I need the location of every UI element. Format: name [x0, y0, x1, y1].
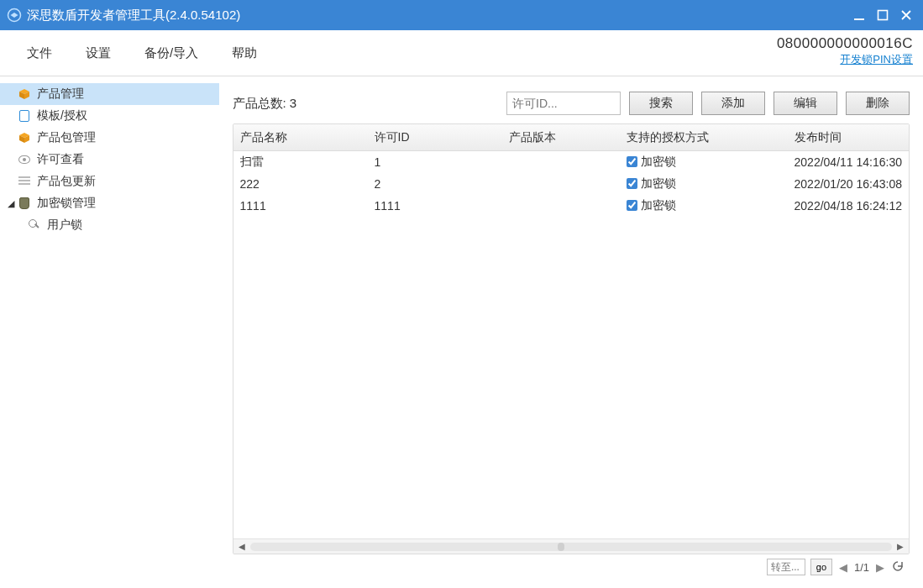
- scroll-track[interactable]: [250, 543, 892, 551]
- product-total-label: 产品总数: 3: [233, 96, 297, 112]
- product-table: 产品名称 许可ID 产品版本 支持的授权方式 发布时间 扫雷 1 加密锁 202…: [233, 123, 910, 554]
- pin-settings-link[interactable]: 开发锁PIN设置: [777, 52, 913, 67]
- toolbar: 产品总数: 3 搜索 添加 编辑 删除: [233, 92, 910, 115]
- cell-time: 2022/04/11 14:16:30: [788, 155, 909, 169]
- main-area: 产品管理 模板/授权 产品包管理 许可查看 产品包更新 ◢ 加密锁管理 用户锁: [0, 76, 923, 588]
- auth-lock-checkbox[interactable]: 加密锁: [627, 155, 676, 170]
- page-prev-icon[interactable]: ◀: [837, 561, 849, 574]
- cell-time: 2022/04/18 16:24:12: [788, 199, 909, 213]
- sidebar-item-label: 产品包管理: [37, 130, 96, 145]
- app-logo-icon: [7, 8, 22, 23]
- sidebar-item-label: 产品包更新: [37, 174, 96, 189]
- cell-product-name: 1111: [233, 199, 368, 213]
- menu-backup[interactable]: 备份/导入: [128, 39, 215, 68]
- cube-icon: [17, 130, 32, 145]
- scroll-left-icon[interactable]: ◀: [237, 542, 247, 551]
- th-publish-time[interactable]: 发布时间: [788, 130, 909, 145]
- sidebar-item-template-license[interactable]: 模板/授权: [0, 105, 219, 127]
- goto-page-button[interactable]: go: [810, 559, 832, 575]
- table-row[interactable]: 1111 1111 加密锁 2022/04/18 16:24:12: [233, 195, 909, 217]
- menu-settings[interactable]: 设置: [69, 39, 128, 68]
- cube-icon: [17, 87, 32, 102]
- auth-lock-checkbox[interactable]: 加密锁: [627, 176, 676, 192]
- svg-rect-1: [854, 18, 864, 20]
- table-body: 扫雷 1 加密锁 2022/04/11 14:16:30 222 2 加密锁 2…: [233, 151, 909, 538]
- auth-lock-checkbox[interactable]: 加密锁: [627, 198, 676, 213]
- sidebar: 产品管理 模板/授权 产品包管理 许可查看 产品包更新 ◢ 加密锁管理 用户锁: [0, 76, 219, 588]
- sidebar-item-package-update[interactable]: 产品包更新: [0, 171, 219, 192]
- page-info: 1/1: [854, 561, 869, 574]
- th-version[interactable]: 产品版本: [502, 130, 620, 145]
- sidebar-item-label: 模板/授权: [37, 108, 87, 123]
- stack-icon: [17, 174, 32, 189]
- cell-product-name: 222: [233, 177, 368, 191]
- cell-auth: 加密锁: [620, 176, 788, 192]
- add-button[interactable]: 添加: [701, 92, 765, 115]
- cell-auth: 加密锁: [620, 155, 788, 171]
- search-button[interactable]: 搜索: [629, 92, 693, 115]
- sidebar-item-product-manage[interactable]: 产品管理: [0, 83, 219, 105]
- horizontal-scrollbar[interactable]: ◀ ▶: [233, 538, 909, 554]
- menubar: 文件 设置 备份/导入 帮助 080000000000016C 开发锁PIN设置: [0, 30, 923, 76]
- delete-button[interactable]: 删除: [846, 92, 910, 115]
- sidebar-item-license-view[interactable]: 许可查看: [0, 149, 219, 171]
- sidebar-item-user-lock[interactable]: 用户锁: [0, 214, 219, 236]
- th-license-id[interactable]: 许可ID: [368, 130, 502, 145]
- goto-page-input[interactable]: [767, 559, 805, 575]
- header-right: 080000000000016C 开发锁PIN设置: [777, 35, 913, 67]
- sidebar-item-label: 加密锁管理: [37, 196, 96, 211]
- table-header: 产品名称 许可ID 产品版本 支持的授权方式 发布时间: [233, 124, 909, 151]
- content-panel: 产品总数: 3 搜索 添加 编辑 删除 产品名称 许可ID 产品版本 支持的授权…: [219, 76, 923, 588]
- shield-icon: [17, 196, 32, 211]
- eye-icon: [17, 152, 32, 167]
- edit-button[interactable]: 编辑: [774, 92, 837, 115]
- sidebar-item-package-manage[interactable]: 产品包管理: [0, 127, 219, 149]
- scroll-thumb[interactable]: [558, 543, 564, 551]
- minimize-button[interactable]: [849, 5, 869, 25]
- device-serial: 080000000000016C: [777, 35, 913, 52]
- key-magnifier-icon: [27, 218, 42, 233]
- svg-rect-2: [878, 11, 888, 20]
- sidebar-group-lock-manage[interactable]: ◢ 加密锁管理: [0, 192, 219, 214]
- pager: go ◀ 1/1 ▶: [233, 554, 910, 580]
- refresh-button[interactable]: [891, 559, 905, 575]
- cell-auth: 加密锁: [620, 198, 788, 214]
- cell-license-id: 1111: [368, 199, 502, 213]
- menu-help[interactable]: 帮助: [215, 39, 274, 68]
- cell-time: 2022/01/20 16:43:08: [788, 177, 909, 191]
- th-product-name[interactable]: 产品名称: [233, 130, 368, 145]
- refresh-icon: [891, 559, 905, 573]
- menu-file[interactable]: 文件: [10, 39, 69, 68]
- cell-product-name: 扫雷: [233, 155, 368, 170]
- document-icon: [17, 108, 32, 123]
- table-row[interactable]: 222 2 加密锁 2022/01/20 16:43:08: [233, 173, 909, 195]
- sidebar-item-label: 用户锁: [47, 218, 82, 233]
- sidebar-item-label: 许可查看: [37, 152, 84, 167]
- table-row[interactable]: 扫雷 1 加密锁 2022/04/11 14:16:30: [233, 151, 909, 173]
- cell-license-id: 2: [368, 177, 502, 191]
- page-next-icon[interactable]: ▶: [874, 561, 886, 574]
- window-title: 深思数盾开发者管理工具(2.4.0.54102): [27, 8, 240, 24]
- close-button[interactable]: [896, 5, 916, 25]
- titlebar: 深思数盾开发者管理工具(2.4.0.54102): [0, 0, 923, 30]
- th-auth-method[interactable]: 支持的授权方式: [620, 130, 788, 145]
- cell-license-id: 1: [368, 155, 502, 169]
- scroll-right-icon[interactable]: ▶: [895, 542, 905, 551]
- expand-toggle-icon: ◢: [5, 198, 17, 209]
- maximize-button[interactable]: [873, 5, 893, 25]
- search-input[interactable]: [506, 92, 621, 115]
- sidebar-item-label: 产品管理: [37, 87, 84, 102]
